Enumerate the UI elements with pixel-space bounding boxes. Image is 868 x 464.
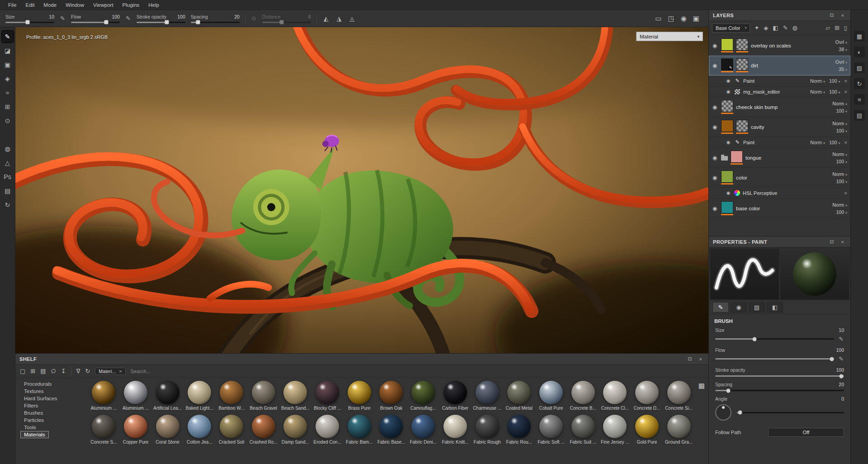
add-resources-icon[interactable]: ⊞ [30,368,35,374]
material-item[interactable]: Carbon Fiber [439,381,472,411]
add-folder-icon[interactable]: ▱ [826,24,830,31]
eraser-tool[interactable]: ◪ [2,45,14,57]
shelf-search-input[interactable] [131,369,230,374]
smudge-tool[interactable]: ≈ [2,87,14,99]
blend-mode-select[interactable]: Norm▾ [832,202,847,208]
projection-tool[interactable]: ▣ [2,59,14,71]
history-icon[interactable]: ↻ [854,78,865,89]
material-item[interactable]: Ground Gra... [663,415,695,445]
alerts-icon[interactable]: △ [2,157,14,169]
material-item[interactable]: Charmeuse ... [471,381,503,411]
material-item[interactable]: Concrete S... [88,415,120,445]
effect-visibility-icon[interactable]: ◉ [725,140,731,145]
add-effect-icon[interactable]: ◈ [764,24,768,31]
slider-handle[interactable] [196,20,200,24]
material-item[interactable]: Coral Stone [151,415,184,445]
open-resources-icon[interactable]: ▢ [20,368,25,374]
perspective-cube-icon[interactable]: ◳ [668,14,675,23]
material-item[interactable]: Beach Gravel [247,381,279,411]
texture-set-settings-icon[interactable]: ▨ [854,62,865,73]
layer-opacity-select[interactable]: 100▾ [836,209,847,215]
import-resources-icon[interactable]: ↧ [61,368,66,374]
close-panel-icon[interactable]: × [697,356,704,362]
slider-handle[interactable] [726,388,730,393]
channel-select[interactable]: Base Color ▾ [712,24,750,33]
material-item[interactable]: Coated Metal [503,381,535,411]
slider-handle[interactable] [752,337,756,341]
float-panel-icon[interactable]: ⊡ [828,12,835,18]
remove-filter-icon[interactable]: × [119,369,122,374]
shelf-category-procedurals[interactable]: Procedurals [21,381,55,387]
effect-opacity-select[interactable]: 100▾ [829,140,840,145]
angle-dial[interactable] [715,404,731,421]
remove-effect-icon[interactable]: × [844,190,847,196]
alpha-tab[interactable]: ◉ [731,302,747,312]
material-item[interactable]: Eroded Con... [311,415,344,445]
close-panel-icon[interactable]: × [839,13,846,18]
delete-layer-icon[interactable]: ▯ [844,24,847,31]
layer-opacity-select[interactable]: 100▾ [836,108,847,114]
remove-effect-icon[interactable]: × [844,78,847,84]
symmetry-radial-icon[interactable]: ◬ [348,15,356,22]
paint-tool[interactable]: ✎ [2,31,14,43]
layer-opacity-select[interactable]: 100▾ [836,179,847,184]
layers-dock-icon[interactable]: ≡ [854,94,865,105]
material-item[interactable]: Fabric Bam... [343,415,375,445]
shelf-category-filters[interactable]: Filters [21,402,41,409]
remove-effect-icon[interactable]: × [844,140,847,145]
filter-icon[interactable]: ∇ [76,368,80,374]
layer-visibility-icon[interactable]: ◉ [711,205,718,212]
material-item[interactable]: Artificial Lea... [151,381,184,411]
layer-visibility-icon[interactable]: ◉ [711,104,718,110]
material-item[interactable]: Cotton Jea... [184,415,216,445]
pressure-pen-icon[interactable]: ✎ [838,355,844,362]
material-preview[interactable] [780,249,849,299]
param-slider[interactable] [715,390,844,391]
layer-visibility-icon[interactable]: ◉ [711,43,718,49]
add-smart-mask-icon[interactable]: ◍ [793,24,797,31]
menu-item-edit[interactable]: Edit [21,0,39,10]
float-panel-icon[interactable]: ⊡ [828,239,835,245]
layer-visibility-icon[interactable]: ◉ [711,124,718,130]
viewport-3d-render[interactable] [15,27,708,353]
display-settings-icon[interactable]: ▦ [854,31,865,42]
layer-row-cavity[interactable]: ◉cavityNorm▾100▾ [709,117,850,137]
blend-mode-select[interactable]: Norm▾ [832,152,847,157]
menu-item-plugins[interactable]: Plugins [118,0,144,10]
effect-row-mg-mask-editor[interactable]: ◉mg_mask_editorNorm▾100▾× [709,86,850,97]
float-panel-icon[interactable]: ⊡ [686,356,693,362]
material-tab[interactable]: ◧ [767,302,783,312]
material-item[interactable]: Fabric Soft ... [535,415,567,445]
layer-opacity-select[interactable]: 35▾ [839,66,847,72]
shelf-category-tools[interactable]: Tools [21,424,39,431]
param-slider[interactable] [71,22,120,23]
shader-settings-icon[interactable]: ◐ [854,47,865,57]
show-hidden-icon[interactable]: ∅ [51,368,56,374]
layer-row-dirt[interactable]: ◉✎dirtOvrl▾35▾ [709,56,850,76]
remove-effect-icon[interactable]: × [844,89,847,95]
screenshot-icon[interactable]: ▣ [693,14,699,23]
effect-blend-select[interactable]: Norm▾ [810,89,825,95]
camera-icon[interactable]: ◉ [681,14,687,23]
material-item[interactable]: Cobalt Pure [535,381,567,411]
layer-row-tongue[interactable]: ◉tongueNorm▾100▾ [709,148,850,168]
material-item[interactable]: Baked Light... [184,381,216,411]
layer-visibility-icon[interactable]: ◉ [711,155,718,161]
material-item[interactable]: Fabric Base... [375,415,407,445]
clone-tool[interactable]: ⊞ [2,101,14,113]
slider-handle[interactable] [165,20,169,24]
effect-blend-select[interactable]: Norm▾ [810,78,825,84]
blend-mode-select[interactable]: Ovrl▾ [835,39,847,45]
add-smart-material-icon[interactable]: ✦ [754,24,759,31]
material-item[interactable]: Cracked Soil [216,415,248,445]
particles-tool[interactable]: ◍ [2,143,14,155]
shelf-category-textures[interactable]: Textures [21,388,47,394]
grid-view-toggle-icon[interactable]: ▦ [698,382,705,390]
effect-visibility-icon[interactable]: ◉ [725,190,731,195]
layer-opacity-select[interactable]: 100▾ [836,128,847,133]
resources-plugin-icon[interactable]: ▤ [2,185,14,197]
pressure-pen-icon[interactable]: ✎ [838,336,844,342]
close-panel-icon[interactable]: × [839,239,846,245]
material-item[interactable]: Concrete D... [631,381,663,411]
material-item[interactable]: Fabric Deni... [407,415,439,445]
